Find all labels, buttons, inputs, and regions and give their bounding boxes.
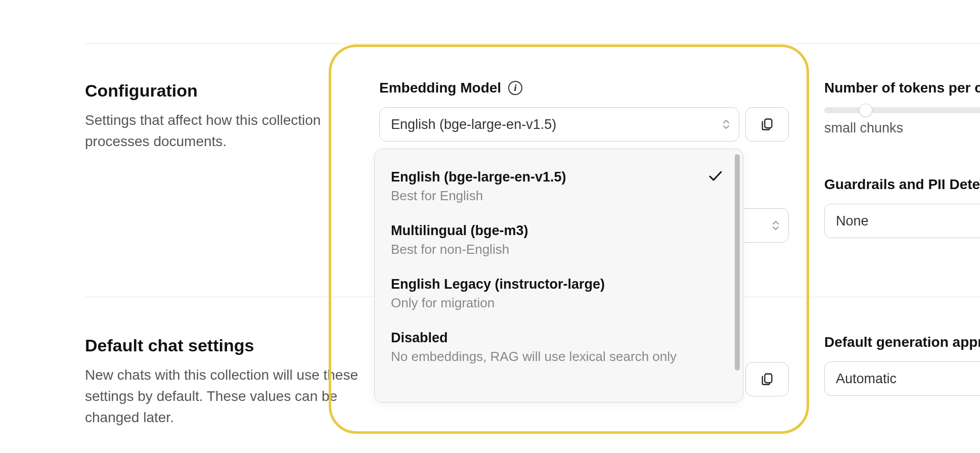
option-sub: Best for English: [391, 187, 731, 205]
generation-selected-value: Automatic: [836, 371, 897, 387]
copy-icon: [760, 372, 774, 386]
guardrails-select[interactable]: None: [824, 204, 980, 238]
generation-label-text: Default generation appro: [824, 334, 980, 350]
embedding-select[interactable]: English (bge-large-en-v1.5): [379, 107, 739, 142]
chevron-updown-icon: [772, 221, 779, 230]
option-sub: No embeddings, RAG will use lexical sear…: [391, 348, 731, 366]
generation-field: Default generation appro Automatic: [824, 334, 980, 396]
guardrails-label-text: Guardrails and PII Detect: [824, 176, 980, 193]
chat-settings-description: New chats with this collection will use …: [85, 365, 358, 428]
embedding-option[interactable]: English (bge-large-en-v1.5) Best for Eng…: [387, 161, 735, 215]
svg-rect-1: [765, 374, 772, 383]
tokens-label-text: Number of tokens per ch: [824, 80, 980, 96]
guardrails-field: Guardrails and PII Detect None: [824, 176, 980, 238]
option-sub: Only for migration: [391, 294, 731, 312]
embedding-label: Embedding Model i: [379, 80, 789, 96]
embedding-field: Embedding Model i English (bge-large-en-…: [379, 80, 789, 142]
check-icon: [708, 170, 723, 184]
guardrails-label: Guardrails and PII Detect: [824, 176, 980, 193]
tokens-value-label: small chunks: [824, 120, 980, 136]
svg-rect-0: [765, 119, 772, 128]
slider-thumb[interactable]: [859, 104, 872, 117]
embedding-option[interactable]: English Legacy (instructor-large) Only f…: [387, 268, 735, 322]
option-title: Multilingual (bge-m3): [391, 223, 731, 239]
tokens-field: Number of tokens per ch small chunks: [824, 80, 980, 136]
embedding-option[interactable]: Multilingual (bge-m3) Best for non-Engli…: [387, 215, 735, 268]
section-divider: [85, 43, 980, 44]
embedding-label-text: Embedding Model: [379, 80, 501, 96]
copy-icon: [760, 117, 774, 131]
embedding-selected-value: English (bge-large-en-v1.5): [391, 117, 556, 132]
info-icon[interactable]: i: [508, 81, 522, 95]
generation-select[interactable]: Automatic: [824, 361, 980, 396]
scrollbar[interactable]: [735, 154, 740, 371]
embedding-dropdown: English (bge-large-en-v1.5) Best for Eng…: [374, 149, 743, 402]
option-title: Disabled: [391, 330, 731, 346]
copy-button[interactable]: [745, 362, 789, 396]
chat-settings-title: Default chat settings: [85, 336, 358, 355]
option-title: English (bge-large-en-v1.5): [391, 169, 731, 185]
embedding-option[interactable]: Disabled No embeddings, RAG will use lex…: [387, 322, 735, 376]
chat-settings-section: Default chat settings New chats with thi…: [85, 336, 358, 428]
option-title: English Legacy (instructor-large): [391, 277, 731, 292]
copy-button[interactable]: [745, 107, 789, 142]
generation-label: Default generation appro: [824, 334, 980, 350]
guardrails-selected-value: None: [836, 213, 869, 229]
tokens-slider[interactable]: [824, 107, 980, 113]
chevron-updown-icon: [723, 120, 730, 129]
option-sub: Best for non-English: [391, 241, 731, 258]
configuration-section: Configuration Settings that affect how t…: [85, 81, 358, 152]
configuration-title: Configuration: [85, 81, 358, 101]
configuration-description: Settings that affect how this collection…: [85, 110, 358, 152]
tokens-label: Number of tokens per ch: [824, 80, 980, 96]
